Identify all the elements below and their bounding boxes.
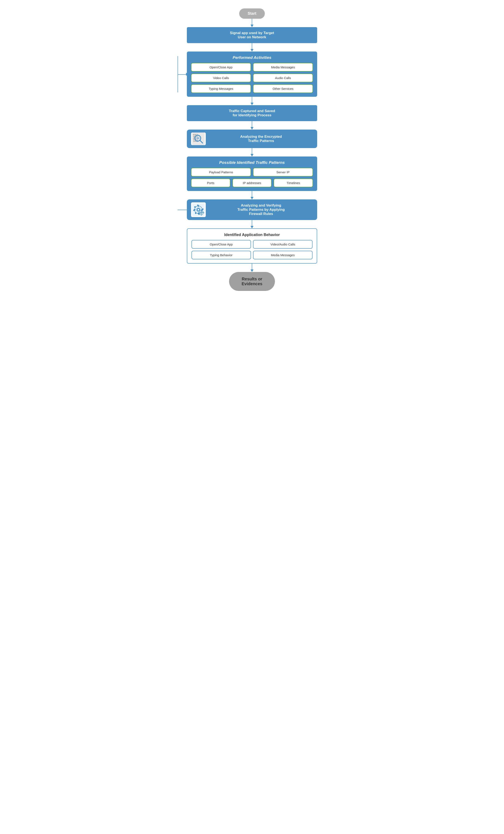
traffic-captured-box: Traffic Captured and Savedfor Identifyin… — [187, 105, 317, 121]
traffic-patterns-row2: Ports IP addresses Timelines — [191, 179, 313, 187]
signal-app-box: Signal app used by TargetUser on Network — [187, 27, 317, 43]
svg-rect-21 — [194, 206, 196, 207]
svg-text:10: 10 — [197, 137, 199, 139]
behavior-media-messages: Media Messages — [253, 251, 313, 259]
performed-activities-section: Performed Activities Open/Close App Medi… — [187, 51, 317, 97]
svg-rect-29 — [203, 212, 204, 213]
activity-typing-messages: Typing Messages — [191, 84, 251, 93]
pattern-ip-addresses: IP addresses — [232, 179, 272, 187]
svg-rect-28 — [201, 214, 202, 215]
pattern-payload: Payload Patterns — [191, 168, 251, 176]
identified-behaviors-grid: Open/Close App Video/Audio Calls Typing … — [191, 240, 313, 259]
svg-rect-27 — [201, 210, 202, 211]
arrow-4 — [251, 121, 253, 130]
behavior-typing: Typing Behavior — [191, 251, 251, 259]
behavior-video-audio: Video/Audio Calls — [253, 240, 313, 249]
activity-video-calls: Video Calls — [191, 74, 251, 82]
arrow-1 — [251, 19, 253, 27]
possible-identified-title: Possible Identified Traffic Patterns — [191, 160, 313, 165]
svg-rect-19 — [195, 212, 196, 214]
start-label: Start — [248, 12, 256, 16]
svg-point-32 — [201, 212, 202, 213]
arrow-8 — [251, 264, 253, 272]
pattern-ports: Ports — [191, 179, 230, 187]
arrow-5 — [251, 148, 253, 156]
svg-point-24 — [198, 209, 199, 211]
analyzing-verifying-section: Analyzing and VerifyingTraffic Patterns … — [187, 199, 317, 220]
start-node: Start — [239, 8, 265, 19]
analyzing-verifying-label: Analyzing and VerifyingTraffic Patterns … — [209, 203, 313, 216]
analyzing-encrypted-label: Analyzing the EncryptedTraffic Patterns — [209, 135, 313, 143]
arrow-3 — [251, 97, 253, 105]
analyzing-verifying-box: Analyzing and VerifyingTraffic Patterns … — [187, 199, 317, 220]
identified-app-title: Identified Application Behavior — [191, 233, 313, 237]
activity-audio-calls: Audio Calls — [253, 74, 313, 82]
performed-activities-box: Performed Activities Open/Close App Medi… — [187, 51, 317, 97]
svg-rect-30 — [199, 212, 200, 213]
behavior-open-close: Open/Close App — [191, 240, 251, 249]
activity-other-services: Other Services — [253, 84, 313, 93]
performed-activities-title: Performed Activities — [191, 55, 313, 60]
activity-open-close: Open/Close App — [191, 63, 251, 71]
arrow-2 — [251, 43, 253, 51]
flowchart: Start Signal app used by TargetUser on N… — [187, 8, 317, 291]
analyzing-encrypted-box: 01011 10110 01101 11010 10 Analyzing the… — [187, 130, 317, 148]
identified-app-box: Identified Application Behavior Open/Clo… — [187, 228, 317, 264]
pattern-timelines: Timelines — [274, 179, 313, 187]
signal-app-label: Signal app used by TargetUser on Network — [230, 31, 274, 39]
traffic-patterns-row1: Payload Patterns Server IP — [191, 168, 313, 176]
arrow-7 — [251, 220, 253, 228]
gear-icon — [191, 202, 206, 217]
magnifier-icon: 01011 10110 01101 11010 10 — [191, 133, 206, 145]
possible-identified-box: Possible Identified Traffic Patterns Pay… — [187, 156, 317, 191]
activity-media-messages: Media Messages — [253, 63, 313, 71]
results-label: Results orEvidences — [242, 277, 262, 286]
results-node: Results orEvidences — [229, 272, 275, 291]
arrow-6 — [251, 191, 253, 199]
activities-grid: Open/Close App Media Messages Video Call… — [191, 63, 313, 93]
pattern-server-ip: Server IP — [253, 168, 313, 176]
traffic-captured-label: Traffic Captured and Savedfor Identifyin… — [229, 109, 275, 117]
